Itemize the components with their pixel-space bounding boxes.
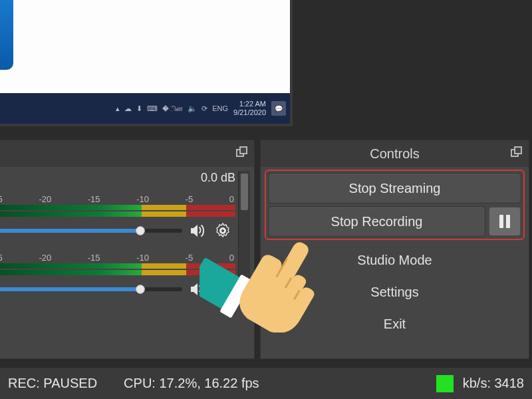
scale-tick: -10	[136, 253, 149, 263]
volume-icon: 🔈	[188, 104, 197, 113]
settings-button[interactable]: Settings	[266, 279, 523, 305]
controls-panel: Controls Stop Streaming Stop Recording S…	[260, 140, 529, 359]
mixer-channel: -25 -20 -15 -10 -5 0	[0, 249, 238, 302]
scale-tick: -25	[0, 253, 3, 263]
volume-slider[interactable]	[0, 229, 182, 233]
mixer-header: r	[0, 140, 254, 167]
bottom-panels: r 0.0 dB -25 -20 -15 -10 -5 0	[0, 140, 532, 359]
mixer-channel: -25 -20 -15 -10 -5 0	[0, 190, 238, 243]
scale-tick: -25	[0, 194, 3, 204]
scale-tick: -10	[136, 194, 149, 204]
tray-icons: ▴ ☁ ⬇ ⌨ �ின 🔈 ⟳ ENG	[116, 104, 228, 113]
gear-icon[interactable]	[213, 279, 233, 299]
cloud-icon: ☁	[124, 104, 132, 113]
svg-rect-1	[240, 147, 247, 154]
controls-title: Controls	[370, 146, 419, 162]
preview-content	[0, 0, 13, 70]
scale-tick: 0	[229, 194, 234, 204]
scale-tick: -20	[39, 194, 51, 204]
tray-time: 1:22 AM	[233, 100, 266, 108]
svg-rect-4	[499, 215, 503, 228]
scene-preview: ▴ ☁ ⬇ ⌨ �ின 🔈 ⟳ ENG 1:22 AM 9/21/2020 💬	[0, 0, 293, 126]
slider-thumb[interactable]	[136, 226, 145, 235]
scale-tick: -5	[186, 194, 194, 204]
speaker-icon[interactable]	[188, 221, 207, 241]
keyboard-icon: ⌨	[147, 104, 158, 113]
mixer-body: 0.0 dB -25 -20 -15 -10 -5 0	[0, 167, 254, 302]
bitrate-status: kb/s: 3418	[463, 376, 524, 391]
meter-scale: -25 -20 -15 -10 -5 0	[0, 253, 235, 263]
tray-up-icon: ▴	[116, 104, 120, 113]
scale-tick: -5	[186, 253, 194, 263]
sync-icon: ⟳	[201, 104, 207, 113]
tray-clock: 1:22 AM 9/21/2020	[233, 100, 266, 117]
level-meter	[0, 263, 235, 275]
svg-rect-3	[515, 147, 521, 154]
level-meter	[0, 205, 235, 217]
scale-tick: -15	[88, 194, 100, 204]
download-icon: ⬇	[136, 104, 142, 113]
scrollbar-thumb[interactable]	[241, 174, 248, 210]
preview-taskbar: ▴ ☁ ⬇ ⌨ �ின 🔈 ⟳ ENG 1:22 AM 9/21/2020 💬	[0, 93, 290, 124]
popout-icon[interactable]	[510, 146, 523, 159]
tray-date: 9/21/2020	[233, 108, 266, 117]
recording-status: REC: PAUSED	[8, 376, 97, 391]
stop-streaming-button[interactable]: Stop Streaming	[269, 174, 521, 203]
db-value: 0.0 dB	[0, 171, 238, 185]
status-bar: REC: PAUSED CPU: 17.2%, 16.22 fps kb/s: …	[0, 367, 532, 399]
speaker-icon[interactable]	[188, 279, 207, 299]
slider-thumb[interactable]	[136, 285, 145, 294]
highlighted-controls: Stop Streaming Stop Recording	[265, 170, 525, 240]
popout-icon[interactable]	[235, 146, 249, 159]
scale-tick: -20	[39, 253, 51, 263]
audio-mixer-panel: r 0.0 dB -25 -20 -15 -10 -5 0	[0, 140, 255, 359]
stop-recording-button[interactable]: Stop Recording	[269, 207, 485, 236]
cpu-status: CPU: 17.2%, 16.22 fps	[124, 376, 259, 391]
wifi-icon: �ின	[162, 104, 183, 113]
mixer-scrollbar[interactable]	[238, 171, 250, 302]
exit-button[interactable]: Exit	[266, 311, 523, 337]
studio-mode-button[interactable]: Studio Mode	[266, 247, 523, 273]
pause-recording-button[interactable]	[489, 207, 521, 236]
controls-header: Controls	[261, 140, 529, 167]
meter-scale: -25 -20 -15 -10 -5 0	[0, 194, 235, 205]
svg-rect-5	[506, 215, 510, 228]
volume-slider[interactable]	[0, 287, 182, 291]
scale-tick: -15	[88, 253, 100, 263]
notifications-icon: 💬	[271, 101, 286, 116]
stream-health-indicator	[436, 375, 454, 392]
gear-icon[interactable]	[213, 221, 233, 241]
scale-tick: 0	[229, 253, 234, 263]
lang-indicator: ENG	[212, 104, 228, 112]
